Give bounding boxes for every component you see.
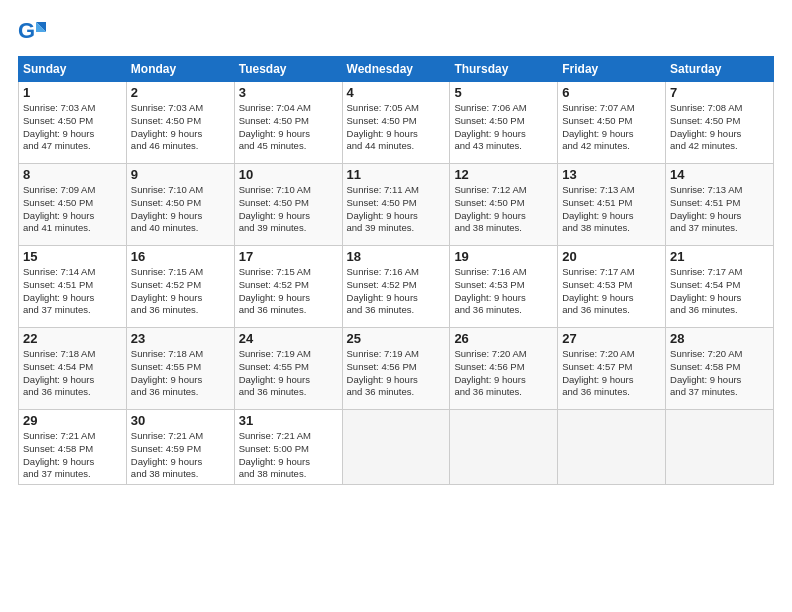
- day-info: Sunrise: 7:13 AM Sunset: 4:51 PM Dayligh…: [562, 184, 661, 235]
- col-thursday: Thursday: [450, 57, 558, 82]
- day-number: 18: [347, 249, 446, 264]
- day-info: Sunrise: 7:20 AM Sunset: 4:58 PM Dayligh…: [670, 348, 769, 399]
- table-row: 10Sunrise: 7:10 AM Sunset: 4:50 PM Dayli…: [234, 164, 342, 246]
- table-row: 13Sunrise: 7:13 AM Sunset: 4:51 PM Dayli…: [558, 164, 666, 246]
- day-info: Sunrise: 7:18 AM Sunset: 4:54 PM Dayligh…: [23, 348, 122, 399]
- col-monday: Monday: [126, 57, 234, 82]
- day-number: 14: [670, 167, 769, 182]
- day-info: Sunrise: 7:14 AM Sunset: 4:51 PM Dayligh…: [23, 266, 122, 317]
- day-info: Sunrise: 7:19 AM Sunset: 4:56 PM Dayligh…: [347, 348, 446, 399]
- day-number: 28: [670, 331, 769, 346]
- day-number: 6: [562, 85, 661, 100]
- day-number: 26: [454, 331, 553, 346]
- day-info: Sunrise: 7:20 AM Sunset: 4:56 PM Dayligh…: [454, 348, 553, 399]
- day-number: 10: [239, 167, 338, 182]
- day-info: Sunrise: 7:16 AM Sunset: 4:53 PM Dayligh…: [454, 266, 553, 317]
- day-info: Sunrise: 7:15 AM Sunset: 4:52 PM Dayligh…: [239, 266, 338, 317]
- day-number: 5: [454, 85, 553, 100]
- day-number: 30: [131, 413, 230, 428]
- day-info: Sunrise: 7:09 AM Sunset: 4:50 PM Dayligh…: [23, 184, 122, 235]
- table-row: 11Sunrise: 7:11 AM Sunset: 4:50 PM Dayli…: [342, 164, 450, 246]
- day-number: 23: [131, 331, 230, 346]
- day-info: Sunrise: 7:15 AM Sunset: 4:52 PM Dayligh…: [131, 266, 230, 317]
- day-number: 2: [131, 85, 230, 100]
- day-number: 3: [239, 85, 338, 100]
- table-row: 8Sunrise: 7:09 AM Sunset: 4:50 PM Daylig…: [19, 164, 127, 246]
- col-tuesday: Tuesday: [234, 57, 342, 82]
- table-row: 31Sunrise: 7:21 AM Sunset: 5:00 PM Dayli…: [234, 410, 342, 485]
- logo: G: [18, 18, 50, 46]
- logo-icon: G: [18, 18, 46, 46]
- table-row: 9Sunrise: 7:10 AM Sunset: 4:50 PM Daylig…: [126, 164, 234, 246]
- day-number: 7: [670, 85, 769, 100]
- day-number: 20: [562, 249, 661, 264]
- table-row: 16Sunrise: 7:15 AM Sunset: 4:52 PM Dayli…: [126, 246, 234, 328]
- col-saturday: Saturday: [666, 57, 774, 82]
- table-row: 4Sunrise: 7:05 AM Sunset: 4:50 PM Daylig…: [342, 82, 450, 164]
- table-row: 28Sunrise: 7:20 AM Sunset: 4:58 PM Dayli…: [666, 328, 774, 410]
- day-info: Sunrise: 7:17 AM Sunset: 4:54 PM Dayligh…: [670, 266, 769, 317]
- day-info: Sunrise: 7:03 AM Sunset: 4:50 PM Dayligh…: [23, 102, 122, 153]
- day-number: 13: [562, 167, 661, 182]
- table-row: 29Sunrise: 7:21 AM Sunset: 4:58 PM Dayli…: [19, 410, 127, 485]
- table-row: 1Sunrise: 7:03 AM Sunset: 4:50 PM Daylig…: [19, 82, 127, 164]
- calendar-header: G: [18, 18, 774, 46]
- day-info: Sunrise: 7:08 AM Sunset: 4:50 PM Dayligh…: [670, 102, 769, 153]
- day-number: 31: [239, 413, 338, 428]
- day-number: 29: [23, 413, 122, 428]
- day-number: 1: [23, 85, 122, 100]
- table-row: 24Sunrise: 7:19 AM Sunset: 4:55 PM Dayli…: [234, 328, 342, 410]
- day-info: Sunrise: 7:21 AM Sunset: 5:00 PM Dayligh…: [239, 430, 338, 481]
- day-info: Sunrise: 7:10 AM Sunset: 4:50 PM Dayligh…: [131, 184, 230, 235]
- table-row: 27Sunrise: 7:20 AM Sunset: 4:57 PM Dayli…: [558, 328, 666, 410]
- table-row: 22Sunrise: 7:18 AM Sunset: 4:54 PM Dayli…: [19, 328, 127, 410]
- day-number: 21: [670, 249, 769, 264]
- day-info: Sunrise: 7:06 AM Sunset: 4:50 PM Dayligh…: [454, 102, 553, 153]
- table-row: 25Sunrise: 7:19 AM Sunset: 4:56 PM Dayli…: [342, 328, 450, 410]
- table-row: 23Sunrise: 7:18 AM Sunset: 4:55 PM Dayli…: [126, 328, 234, 410]
- table-row: [666, 410, 774, 485]
- col-wednesday: Wednesday: [342, 57, 450, 82]
- table-row: 5Sunrise: 7:06 AM Sunset: 4:50 PM Daylig…: [450, 82, 558, 164]
- day-info: Sunrise: 7:20 AM Sunset: 4:57 PM Dayligh…: [562, 348, 661, 399]
- table-row: 20Sunrise: 7:17 AM Sunset: 4:53 PM Dayli…: [558, 246, 666, 328]
- table-row: 15Sunrise: 7:14 AM Sunset: 4:51 PM Dayli…: [19, 246, 127, 328]
- table-row: 14Sunrise: 7:13 AM Sunset: 4:51 PM Dayli…: [666, 164, 774, 246]
- day-info: Sunrise: 7:13 AM Sunset: 4:51 PM Dayligh…: [670, 184, 769, 235]
- table-row: 12Sunrise: 7:12 AM Sunset: 4:50 PM Dayli…: [450, 164, 558, 246]
- day-info: Sunrise: 7:05 AM Sunset: 4:50 PM Dayligh…: [347, 102, 446, 153]
- day-info: Sunrise: 7:21 AM Sunset: 4:59 PM Dayligh…: [131, 430, 230, 481]
- table-row: [558, 410, 666, 485]
- day-number: 12: [454, 167, 553, 182]
- day-number: 25: [347, 331, 446, 346]
- col-friday: Friday: [558, 57, 666, 82]
- day-number: 19: [454, 249, 553, 264]
- table-row: 7Sunrise: 7:08 AM Sunset: 4:50 PM Daylig…: [666, 82, 774, 164]
- table-row: [342, 410, 450, 485]
- day-number: 11: [347, 167, 446, 182]
- day-info: Sunrise: 7:19 AM Sunset: 4:55 PM Dayligh…: [239, 348, 338, 399]
- day-info: Sunrise: 7:03 AM Sunset: 4:50 PM Dayligh…: [131, 102, 230, 153]
- day-info: Sunrise: 7:07 AM Sunset: 4:50 PM Dayligh…: [562, 102, 661, 153]
- day-number: 16: [131, 249, 230, 264]
- calendar-table: Sunday Monday Tuesday Wednesday Thursday…: [18, 56, 774, 485]
- calendar-header-row: Sunday Monday Tuesday Wednesday Thursday…: [19, 57, 774, 82]
- svg-text:G: G: [18, 18, 35, 43]
- day-info: Sunrise: 7:11 AM Sunset: 4:50 PM Dayligh…: [347, 184, 446, 235]
- table-row: 26Sunrise: 7:20 AM Sunset: 4:56 PM Dayli…: [450, 328, 558, 410]
- table-row: 30Sunrise: 7:21 AM Sunset: 4:59 PM Dayli…: [126, 410, 234, 485]
- day-number: 8: [23, 167, 122, 182]
- table-row: 21Sunrise: 7:17 AM Sunset: 4:54 PM Dayli…: [666, 246, 774, 328]
- day-info: Sunrise: 7:04 AM Sunset: 4:50 PM Dayligh…: [239, 102, 338, 153]
- table-row: 3Sunrise: 7:04 AM Sunset: 4:50 PM Daylig…: [234, 82, 342, 164]
- day-number: 15: [23, 249, 122, 264]
- day-info: Sunrise: 7:10 AM Sunset: 4:50 PM Dayligh…: [239, 184, 338, 235]
- table-row: 19Sunrise: 7:16 AM Sunset: 4:53 PM Dayli…: [450, 246, 558, 328]
- day-number: 22: [23, 331, 122, 346]
- day-number: 24: [239, 331, 338, 346]
- day-info: Sunrise: 7:12 AM Sunset: 4:50 PM Dayligh…: [454, 184, 553, 235]
- day-info: Sunrise: 7:17 AM Sunset: 4:53 PM Dayligh…: [562, 266, 661, 317]
- day-number: 17: [239, 249, 338, 264]
- day-number: 4: [347, 85, 446, 100]
- table-row: [450, 410, 558, 485]
